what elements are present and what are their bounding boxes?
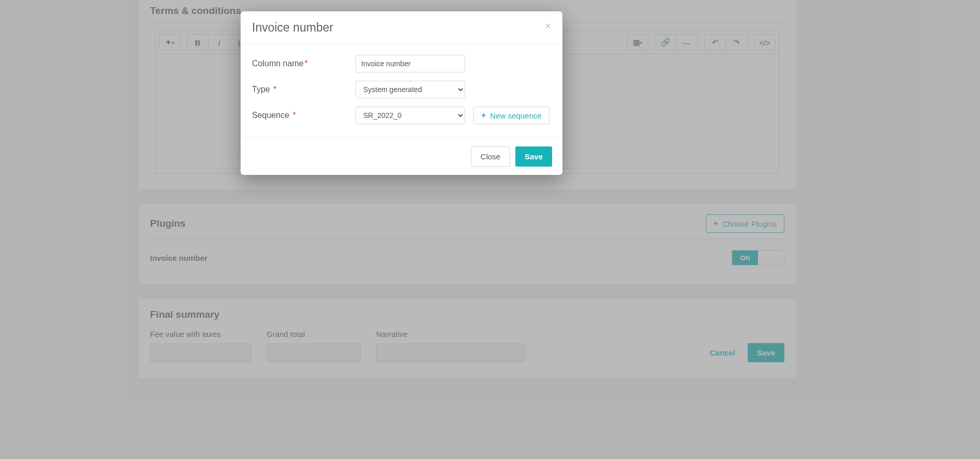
sequence-label-text: Sequence — [252, 111, 289, 120]
column-name-input[interactable] — [355, 55, 465, 72]
close-icon[interactable]: × — [545, 21, 551, 31]
modal-save-button[interactable]: Save — [515, 146, 552, 167]
modal-body: Column name* Type * System generated Seq… — [241, 43, 562, 138]
required-mark: * — [305, 59, 308, 68]
sequence-label: Sequence * — [252, 111, 355, 120]
required-mark: * — [273, 85, 276, 94]
new-sequence-button[interactable]: New sequence — [473, 107, 550, 124]
new-sequence-label: New sequence — [490, 111, 541, 120]
plus-icon — [481, 111, 486, 120]
invoice-number-modal: Invoice number × Column name* Type * Sys… — [241, 11, 562, 175]
modal-close-button[interactable]: Close — [471, 146, 510, 167]
type-label: Type * — [252, 85, 355, 94]
type-row: Type * System generated — [252, 81, 551, 98]
sequence-select[interactable]: SR_2022_0 — [355, 107, 465, 124]
column-name-label-text: Column name — [252, 59, 304, 68]
required-mark: * — [293, 111, 296, 120]
modal-header: Invoice number × — [241, 11, 562, 43]
sequence-row: Sequence * SR_2022_0 New sequence — [252, 107, 551, 124]
page: Terms & conditions ✦ B I U ▦ 🔗 — [0, 0, 980, 459]
type-select[interactable]: System generated — [355, 81, 465, 98]
column-name-row: Column name* — [252, 55, 551, 72]
modal-footer: Close Save — [241, 138, 562, 175]
type-label-text: Type — [252, 85, 270, 94]
modal-title: Invoice number — [252, 21, 333, 35]
column-name-label: Column name* — [252, 59, 355, 68]
